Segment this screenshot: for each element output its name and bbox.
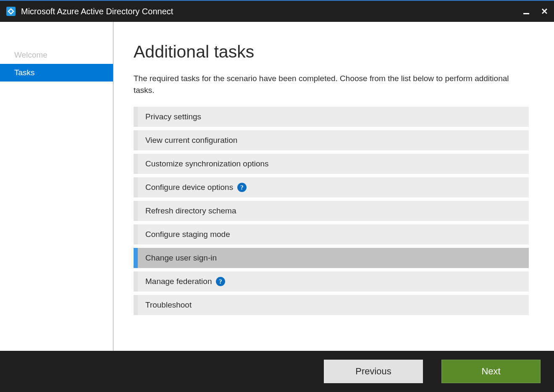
- svg-text:?: ?: [219, 278, 223, 285]
- sidebar: Welcome Tasks: [0, 22, 113, 351]
- task-label: Troubleshoot: [145, 300, 192, 310]
- task-change-user-sign-in[interactable]: Change user sign-in: [134, 248, 529, 268]
- task-list: Privacy settings View current configurat…: [134, 107, 529, 315]
- azure-ad-icon: [6, 6, 16, 16]
- sidebar-item-tasks[interactable]: Tasks: [0, 64, 113, 82]
- sidebar-item-label: Welcome: [14, 50, 47, 59]
- task-customize-synchronization-options[interactable]: Customize synchronization options: [134, 154, 529, 174]
- page-description: The required tasks for the scenario have…: [134, 73, 529, 96]
- help-icon[interactable]: ?: [237, 183, 247, 192]
- task-label: Configure staging mode: [145, 230, 230, 239]
- window-controls: ✕: [523, 7, 548, 16]
- footer: Previous Next: [0, 351, 554, 392]
- task-label: Customize synchronization options: [145, 159, 269, 168]
- task-configure-device-options[interactable]: Configure device options ?: [134, 177, 529, 197]
- minimize-icon[interactable]: [523, 13, 529, 14]
- next-button[interactable]: Next: [441, 360, 541, 383]
- sidebar-item-welcome[interactable]: Welcome: [0, 46, 113, 64]
- task-label: View current configuration: [145, 136, 237, 145]
- task-manage-federation[interactable]: Manage federation ?: [134, 271, 529, 292]
- previous-button[interactable]: Previous: [324, 360, 423, 383]
- task-label: Manage federation: [145, 277, 212, 286]
- task-label: Privacy settings: [145, 112, 201, 121]
- help-icon[interactable]: ?: [216, 277, 225, 286]
- window-title: Microsoft Azure Active Directory Connect: [21, 7, 523, 16]
- task-view-current-configuration[interactable]: View current configuration: [134, 130, 529, 150]
- close-icon[interactable]: ✕: [541, 7, 548, 16]
- content-panel: Additional tasks The required tasks for …: [113, 22, 554, 351]
- titlebar: Microsoft Azure Active Directory Connect…: [0, 0, 554, 22]
- task-refresh-directory-schema[interactable]: Refresh directory schema: [134, 201, 529, 221]
- sidebar-item-label: Tasks: [14, 68, 35, 77]
- task-troubleshoot[interactable]: Troubleshoot: [134, 295, 529, 315]
- task-privacy-settings[interactable]: Privacy settings: [134, 107, 529, 127]
- task-label: Configure device options: [145, 183, 233, 192]
- svg-text:?: ?: [240, 184, 244, 191]
- task-label: Change user sign-in: [145, 253, 217, 263]
- main-area: Welcome Tasks Additional tasks The requi…: [0, 22, 554, 351]
- task-label: Refresh directory schema: [145, 206, 236, 216]
- task-configure-staging-mode[interactable]: Configure staging mode: [134, 224, 529, 245]
- page-title: Additional tasks: [134, 42, 529, 62]
